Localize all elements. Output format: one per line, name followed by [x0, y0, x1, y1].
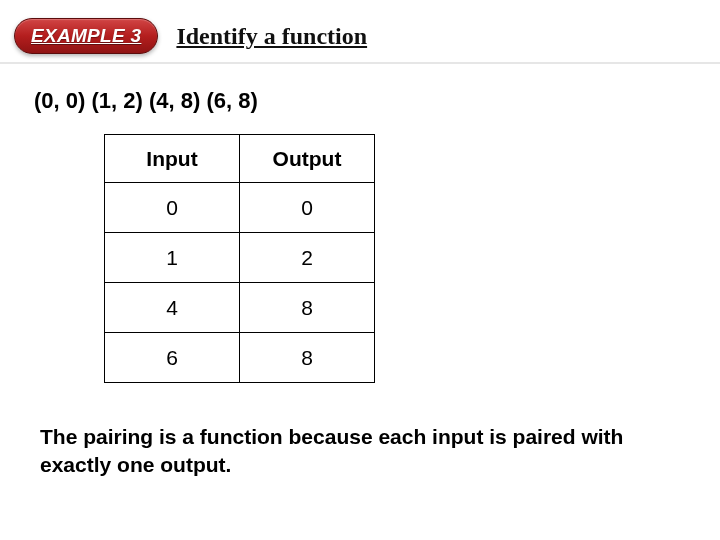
table-cell-output: 2 [240, 233, 375, 283]
table-header-row: Input Output [105, 135, 375, 183]
io-table-wrap: Input Output 0 0 1 2 4 8 6 8 [104, 134, 686, 383]
table-cell-input: 6 [105, 333, 240, 383]
header-bar: EXAMPLE 3 Identify a function [0, 0, 720, 64]
example-badge-text: EXAMPLE 3 [31, 25, 141, 47]
table-cell-input: 1 [105, 233, 240, 283]
page-title: Identify a function [176, 23, 367, 50]
io-table: Input Output 0 0 1 2 4 8 6 8 [104, 134, 375, 383]
table-row: 0 0 [105, 183, 375, 233]
table-header-input: Input [105, 135, 240, 183]
table-cell-output: 8 [240, 283, 375, 333]
table-cell-output: 8 [240, 333, 375, 383]
conclusion-text: The pairing is a function because each i… [34, 423, 686, 480]
content-area: (0, 0) (1, 2) (4, 8) (6, 8) Input Output… [0, 64, 720, 490]
table-row: 6 8 [105, 333, 375, 383]
table-cell-input: 4 [105, 283, 240, 333]
table-row: 1 2 [105, 233, 375, 283]
example-badge: EXAMPLE 3 [14, 18, 158, 54]
ordered-pairs-text: (0, 0) (1, 2) (4, 8) (6, 8) [34, 88, 686, 114]
table-cell-output: 0 [240, 183, 375, 233]
table-header-output: Output [240, 135, 375, 183]
table-row: 4 8 [105, 283, 375, 333]
table-cell-input: 0 [105, 183, 240, 233]
